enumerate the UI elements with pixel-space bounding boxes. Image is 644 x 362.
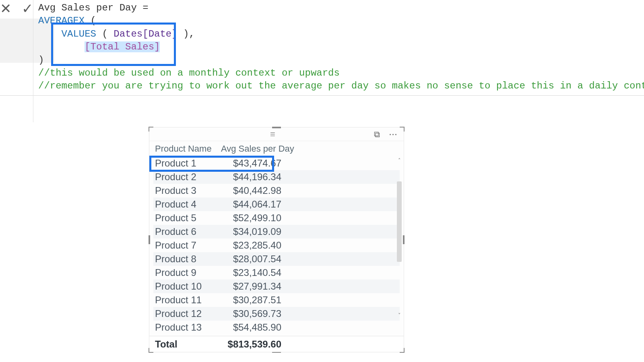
comment-line: //this would be used on a monthly contex… bbox=[38, 68, 340, 78]
table-row[interactable]: Product 4$44,064.17 bbox=[153, 197, 400, 211]
table-row[interactable]: Product 12$30,569.73 bbox=[153, 307, 400, 321]
focus-mode-icon[interactable]: ⧉ bbox=[374, 130, 380, 139]
func-values: VALUES bbox=[62, 29, 96, 39]
comment-line: //remember you are trying to work out th… bbox=[38, 80, 644, 91]
scrollbar[interactable]: ˄ ˅ bbox=[396, 157, 403, 318]
table-visual[interactable]: ≡ ⧉ ⋯ Product Name Avg Sales per Day Pro… bbox=[149, 127, 404, 352]
cell-value: $54,485.90 bbox=[221, 322, 281, 333]
more-options-icon[interactable]: ⋯ bbox=[389, 130, 397, 139]
col-header-product[interactable]: Product Name bbox=[155, 144, 215, 154]
scroll-up-icon[interactable]: ˄ bbox=[398, 157, 401, 163]
paren: ( bbox=[96, 29, 114, 39]
cell-product: Product 8 bbox=[155, 253, 215, 265]
cell-value: $27,991.34 bbox=[221, 281, 281, 292]
table-row[interactable]: Product 6$34,019.09 bbox=[153, 225, 400, 239]
scroll-down-icon[interactable]: ˅ bbox=[398, 312, 401, 318]
cell-product: Product 7 bbox=[155, 240, 215, 251]
total-row: Total $813,539.60 bbox=[149, 336, 404, 352]
column-ref: Dates[Date] bbox=[114, 29, 177, 39]
func-averagex: AVERAGEX bbox=[38, 15, 85, 26]
cell-product: Product 3 bbox=[155, 185, 215, 196]
total-label: Total bbox=[155, 339, 215, 350]
cell-value: $23,285.40 bbox=[221, 240, 281, 251]
cell-product: Product 6 bbox=[155, 226, 215, 237]
table-row[interactable]: Product 7$23,285.40 bbox=[153, 239, 400, 252]
table-row[interactable]: Product 13$54,485.90 bbox=[153, 321, 400, 334]
cell-value: $44,196.34 bbox=[221, 171, 281, 183]
formula-bar: ✕ ✓ Avg Sales per Day = AVERAGEX ( VALUE… bbox=[0, 0, 644, 96]
commit-icon[interactable]: ✓ bbox=[22, 2, 33, 15]
cell-value: $30,569.73 bbox=[221, 308, 281, 319]
cell-product: Product 2 bbox=[155, 171, 215, 183]
cell-product: Product 4 bbox=[155, 199, 215, 210]
formula-controls: ✕ ✓ bbox=[0, 0, 33, 15]
col-header-avg[interactable]: Avg Sales per Day bbox=[221, 144, 297, 154]
cell-value: $30,287.51 bbox=[221, 294, 281, 306]
cell-product: Product 12 bbox=[155, 308, 215, 319]
cell-product: Product 5 bbox=[155, 212, 215, 224]
table-row[interactable]: Product 2$44,196.34 bbox=[153, 170, 400, 184]
cell-value: $52,499.10 bbox=[221, 212, 281, 224]
total-value: $813,539.60 bbox=[221, 339, 281, 350]
table-row[interactable]: Product 11$30,287.51 bbox=[153, 293, 400, 307]
table-header-row: Product Name Avg Sales per Day bbox=[153, 144, 400, 156]
cell-value: $34,019.09 bbox=[221, 226, 281, 237]
cell-product: Product 1 bbox=[155, 158, 215, 169]
cell-product: Product 11 bbox=[155, 294, 215, 306]
measure-ref: [Total Sales] bbox=[85, 41, 160, 52]
cell-value: $23,140.54 bbox=[221, 267, 281, 278]
scroll-thumb[interactable] bbox=[397, 181, 402, 262]
cell-value: $28,007.54 bbox=[221, 253, 281, 265]
paren: ( bbox=[85, 15, 96, 26]
paren: ), bbox=[178, 29, 195, 39]
table-row[interactable]: Product 1$43,474.67 bbox=[153, 156, 400, 170]
table-row[interactable]: Product 9$23,140.54 bbox=[153, 266, 400, 280]
visual-header: ≡ ⧉ ⋯ bbox=[149, 128, 404, 141]
table-rows: Product 1$43,474.67Product 2$44,196.34Pr… bbox=[153, 156, 400, 334]
cell-product: Product 9 bbox=[155, 267, 215, 278]
table-body: Product Name Avg Sales per Day Product 1… bbox=[149, 141, 404, 336]
formula-editor[interactable]: Avg Sales per Day = AVERAGEX ( VALUES ( … bbox=[33, 0, 644, 122]
drag-handle-icon[interactable]: ≡ bbox=[270, 129, 283, 131]
cell-product: Product 13 bbox=[155, 322, 215, 333]
measure-name: Avg Sales per Day = bbox=[38, 2, 149, 13]
paren: ) bbox=[38, 55, 44, 66]
cell-value: $43,474.67 bbox=[221, 158, 281, 169]
table-row[interactable]: Product 8$28,007.54 bbox=[153, 252, 400, 266]
table-row[interactable]: Product 3$40,442.98 bbox=[153, 184, 400, 197]
cancel-icon[interactable]: ✕ bbox=[0, 2, 11, 15]
table-row[interactable]: Product 5$52,499.10 bbox=[153, 211, 400, 225]
cell-value: $40,442.98 bbox=[221, 185, 281, 196]
table-row[interactable]: Product 10$27,991.34 bbox=[153, 280, 400, 293]
cell-product: Product 10 bbox=[155, 281, 215, 292]
cell-value: $44,064.17 bbox=[221, 199, 281, 210]
